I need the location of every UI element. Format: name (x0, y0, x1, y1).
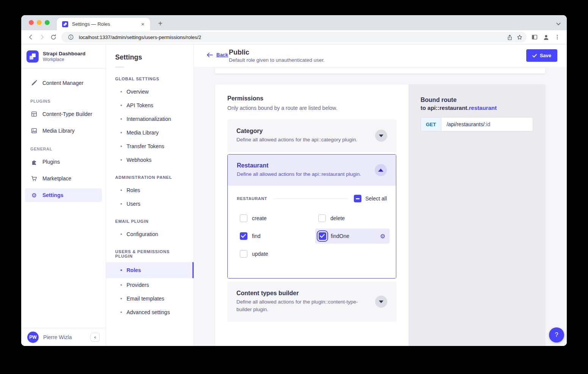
bullet-icon (120, 233, 122, 235)
subnav-title: Settings (106, 53, 194, 61)
chevron-down-icon[interactable] (375, 296, 387, 308)
accordion-title: Content types builder (236, 290, 369, 297)
help-button[interactable]: ? (549, 327, 564, 343)
route-path-base: /api/restaurants/ (447, 121, 485, 127)
subnav-item-label: Providers (127, 282, 149, 288)
sidebar-item-label: Settings (42, 192, 63, 198)
action-find[interactable]: find (237, 228, 315, 244)
sidebar-item-settings[interactable]: ⚙ Settings (25, 188, 102, 202)
subnav-section-global-settings: GLOBAL SETTINGS (106, 68, 194, 85)
share-icon[interactable] (505, 32, 514, 42)
image-icon (30, 127, 38, 135)
subnav-item-webhooks[interactable]: Webhooks (106, 153, 194, 167)
subnav-item-up-roles[interactable]: Roles (106, 262, 194, 278)
minimize-window-button[interactable] (37, 20, 42, 25)
tab-search-chevron-icon[interactable] (556, 20, 561, 25)
checkbox-unchecked[interactable] (240, 250, 247, 258)
sidebar-item-label: Media Library (42, 128, 75, 134)
url-text[interactable]: localhost:1337/admin/settings/users-perm… (79, 34, 505, 40)
subnav-item-email-configuration[interactable]: Configuration (106, 227, 194, 241)
browser-toolbar: localhost:1337/admin/settings/users-perm… (21, 30, 567, 44)
collapse-sidebar-button[interactable]: ‹ (91, 333, 100, 342)
sidebar-item-media-library[interactable]: Media Library (25, 124, 102, 138)
action-findone-selected-row[interactable]: findOne ⚙ (315, 228, 389, 244)
save-button[interactable]: Save (526, 49, 557, 62)
bound-route-subtitle: to api::restaurant.restaurant (421, 104, 533, 112)
subnav-section-email-plugin: EMAIL PLUGIN (106, 211, 194, 227)
subnav-item-transfer-tokens[interactable]: Transfer Tokens (106, 139, 194, 153)
action-settings-gear-icon[interactable]: ⚙ (380, 233, 385, 240)
accordion-restaurant-header[interactable]: Restaurant Define all allowed actions fo… (228, 155, 396, 186)
action-delete[interactable]: delete (315, 211, 389, 226)
sidebar-item-content-manager[interactable]: Content Manager (25, 76, 102, 90)
bullet-icon (120, 311, 122, 313)
checkbox-checked-focused[interactable] (319, 232, 326, 240)
tab-close-icon[interactable]: × (139, 21, 146, 28)
accordion-category[interactable]: Category Define all allowed actions for … (227, 119, 396, 152)
back-nav-icon[interactable] (25, 31, 36, 43)
action-create[interactable]: create (237, 211, 315, 226)
bullet-icon (120, 203, 122, 205)
sidebar-item-label: Content-Type Builder (42, 111, 92, 117)
route-display: GET /api/restaurants/:id (421, 117, 533, 131)
action-update[interactable]: update (237, 246, 315, 261)
site-info-icon[interactable] (66, 32, 76, 42)
profile-avatar-icon[interactable] (540, 31, 552, 43)
zoom-window-button[interactable] (45, 20, 50, 25)
reload-icon[interactable] (48, 31, 59, 43)
settings-subnav: Settings GLOBAL SETTINGS Overview API To… (106, 44, 194, 346)
subnav-item-label: Media Library (127, 130, 159, 136)
subnav-section-users-permissions-plugin: USERS & PERMISSIONS PLUGIN (106, 241, 194, 262)
bookmark-star-icon[interactable] (514, 32, 524, 42)
subnav-item-label: Roles (127, 187, 140, 193)
role-header: Back Public Default role given to unauth… (194, 44, 567, 67)
subnav-item-api-tokens[interactable]: API Tokens (106, 99, 194, 112)
checkbox-unchecked[interactable] (240, 214, 247, 222)
subnav-item-media-library[interactable]: Media Library (106, 126, 194, 139)
sidebar-item-label: Marketplace (42, 175, 71, 182)
browser-tab-strip: Settings — Roles × + (21, 15, 567, 30)
action-label: find (252, 233, 261, 239)
accordion-description: Define all allowed actions for the api::… (236, 136, 369, 144)
sidebar-item-content-type-builder[interactable]: Content-Type Builder (25, 107, 102, 121)
accordion-content-types-builder[interactable]: Content types builder Define all allowed… (227, 282, 396, 322)
browser-window: Settings — Roles × + localhost:1337/admi… (21, 15, 567, 346)
chevron-down-icon[interactable] (375, 130, 387, 142)
user-name: Pierre Wizla (43, 334, 91, 340)
strapi-admin-app: Strapi Dashboard Workplace Content Manag… (21, 44, 567, 346)
sidebar-item-plugins[interactable]: Plugins (25, 155, 102, 169)
subnav-item-providers[interactable]: Providers (106, 278, 194, 292)
save-label: Save (540, 53, 551, 58)
side-panel-icon[interactable] (529, 31, 540, 43)
subnav-item-admin-roles[interactable]: Roles (106, 183, 194, 197)
close-window-button[interactable] (29, 20, 34, 25)
back-label: Back (216, 52, 228, 58)
sidebar-item-marketplace[interactable]: Marketplace (25, 172, 102, 185)
back-link[interactable]: Back (206, 52, 228, 58)
http-method-badge: GET (421, 117, 441, 131)
role-details-card-edge (215, 68, 545, 74)
subnav-item-email-templates[interactable]: Email templates (106, 292, 194, 305)
subnav-item-label: Transfer Tokens (127, 143, 164, 149)
permissions-card: Permissions Only actions bound by a rout… (215, 85, 408, 346)
checkbox-unchecked[interactable] (318, 214, 326, 222)
subnav-item-label: Overview (127, 89, 149, 95)
user-avatar[interactable]: PW (27, 332, 39, 343)
forward-nav-icon[interactable] (36, 31, 48, 43)
workspace-switcher[interactable]: Strapi Dashboard Workplace (21, 44, 106, 69)
checkbox-checked[interactable] (240, 232, 247, 240)
bullet-icon (120, 91, 122, 92)
subnav-item-label: Advanced settings (127, 309, 170, 315)
subnav-item-advanced-settings[interactable]: Advanced settings (106, 305, 194, 319)
subnav-item-internationalization[interactable]: Internationalization (106, 112, 194, 126)
chevron-up-icon[interactable] (375, 164, 387, 176)
subnav-item-overview[interactable]: Overview (106, 85, 194, 99)
new-tab-button[interactable]: + (155, 18, 166, 30)
subnav-item-admin-users[interactable]: Users (106, 197, 194, 211)
select-all-checkbox[interactable] (354, 195, 361, 202)
subnav-divider (115, 67, 124, 67)
bullet-icon (120, 105, 122, 106)
address-bar[interactable]: localhost:1337/admin/settings/users-perm… (61, 32, 527, 42)
browser-tab[interactable]: Settings — Roles × (57, 18, 150, 30)
browser-menu-icon[interactable] (552, 31, 563, 43)
